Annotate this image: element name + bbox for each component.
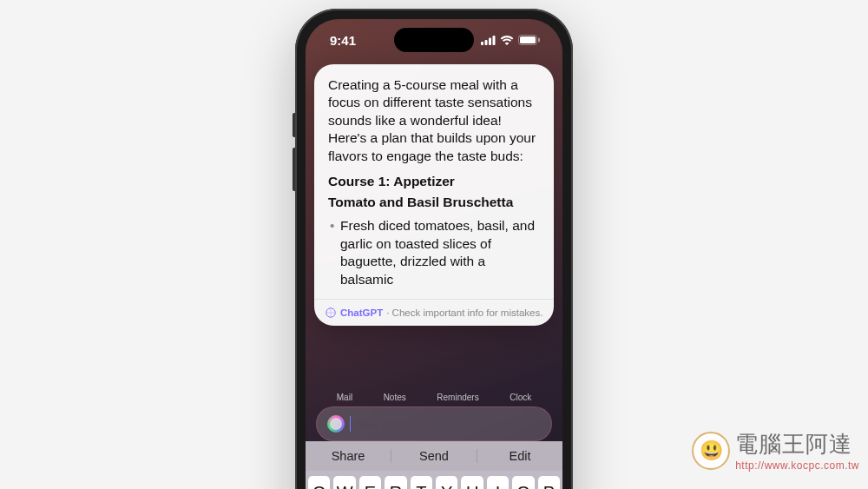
key-y[interactable]: Y [436, 476, 457, 489]
suggestion-edit[interactable]: Edit [477, 449, 562, 463]
response-list: Fresh diced tomatoes, basil, and garlic … [328, 217, 540, 288]
watermark-logo-icon: 😃 [692, 432, 730, 470]
watermark-title: 電腦王阿達 [735, 429, 859, 459]
dish-heading: Tomato and Basil Bruschetta [328, 195, 540, 210]
key-r[interactable]: R [385, 476, 406, 489]
suggestion-send[interactable]: Send [391, 449, 477, 463]
key-o[interactable]: O [512, 476, 534, 489]
siri-response-card[interactable]: Creating a 5-course meal with a focus on… [314, 64, 554, 326]
suggestion-bar: Share Send Edit [306, 441, 562, 471]
dock-label[interactable]: Mail [337, 393, 352, 402]
status-time: 9:41 [330, 33, 356, 48]
suggestion-share[interactable]: Share [306, 449, 391, 463]
battery-icon [518, 35, 540, 45]
chatgpt-icon [325, 307, 337, 319]
dynamic-island [394, 28, 474, 52]
siri-orb-icon [327, 415, 345, 433]
response-source-footer: ChatGPT · Check important info for mista… [314, 299, 554, 326]
response-bullet: Fresh diced tomatoes, basil, and garlic … [340, 217, 540, 288]
source-name: ChatGPT [340, 307, 383, 318]
dock-labels: Mail Notes Reminders Clock [306, 393, 562, 402]
svg-rect-3 [493, 36, 496, 45]
key-u[interactable]: U [461, 476, 483, 489]
key-q[interactable]: Q [308, 476, 330, 489]
keyboard-row-1: Q W E R T Y U I O P [308, 476, 560, 489]
svg-rect-0 [481, 42, 483, 45]
dock-label[interactable]: Clock [510, 393, 531, 402]
text-cursor [350, 416, 351, 432]
key-p[interactable]: P [538, 476, 560, 489]
siri-input[interactable]: Ask Siri... [316, 406, 552, 441]
status-icons [481, 35, 540, 45]
source-note: · Check important info for mistakes. [386, 307, 542, 318]
watermark: 😃 電腦王阿達 http://www.kocpc.com.tw [692, 429, 859, 472]
course-heading: Course 1: Appetizer [328, 174, 540, 189]
cellular-icon [481, 36, 496, 45]
key-w[interactable]: W [333, 476, 355, 489]
key-e[interactable]: E [359, 476, 381, 489]
siri-placeholder: Ask Siri... [356, 417, 411, 432]
key-t[interactable]: T [411, 476, 432, 489]
keyboard: Q W E R T Y U I O P A S D F G H J K L [306, 471, 562, 489]
key-i[interactable]: I [487, 476, 509, 489]
phone-screen: 9:41 Creating a 5-course meal with a foc… [306, 19, 562, 489]
watermark-url: http://www.kocpc.com.tw [735, 459, 859, 472]
dock-label[interactable]: Reminders [437, 393, 478, 402]
svg-rect-6 [538, 38, 540, 43]
wifi-icon [500, 36, 514, 45]
response-intro: Creating a 5-course meal with a focus on… [328, 76, 540, 165]
svg-rect-2 [489, 37, 491, 45]
phone-frame: 9:41 Creating a 5-course meal with a foc… [295, 9, 573, 489]
svg-rect-5 [520, 36, 536, 43]
svg-rect-1 [485, 40, 488, 45]
dock-label[interactable]: Notes [384, 393, 406, 402]
